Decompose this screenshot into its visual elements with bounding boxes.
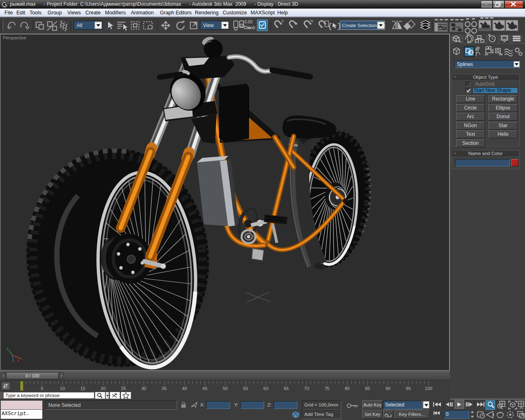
svg-text:100: 100 [425, 386, 432, 391]
svg-text:View: View [203, 23, 214, 28]
svg-text:80: 80 [345, 386, 349, 391]
svg-text:55: 55 [243, 386, 248, 391]
svg-text:35: 35 [162, 386, 167, 391]
svg-text:75: 75 [324, 386, 329, 391]
svg-text:3: 3 [281, 19, 283, 23]
svg-text:All: All [77, 23, 82, 28]
svg-text:95: 95 [406, 386, 411, 391]
svg-text:65: 65 [284, 386, 289, 391]
svg-text:5: 5 [41, 386, 43, 391]
svg-text:90: 90 [386, 386, 390, 391]
svg-text:%: % [310, 19, 313, 23]
svg-text:85: 85 [365, 386, 370, 391]
svg-text:50: 50 [223, 386, 228, 391]
svg-text:60: 60 [263, 386, 268, 391]
svg-text:45: 45 [202, 386, 207, 391]
svg-text:10: 10 [60, 386, 65, 391]
svg-text:20: 20 [100, 386, 105, 391]
svg-text:25: 25 [121, 386, 126, 391]
svg-text:{: { [328, 22, 332, 30]
svg-text:30: 30 [141, 386, 146, 391]
svg-text:70: 70 [304, 386, 309, 391]
svg-text:0.00: 0.00 [244, 20, 253, 24]
svg-text:y: y [7, 346, 9, 350]
svg-text:40: 40 [182, 386, 187, 391]
svg-text:x: x [17, 358, 19, 363]
svg-text:15: 15 [80, 386, 85, 391]
